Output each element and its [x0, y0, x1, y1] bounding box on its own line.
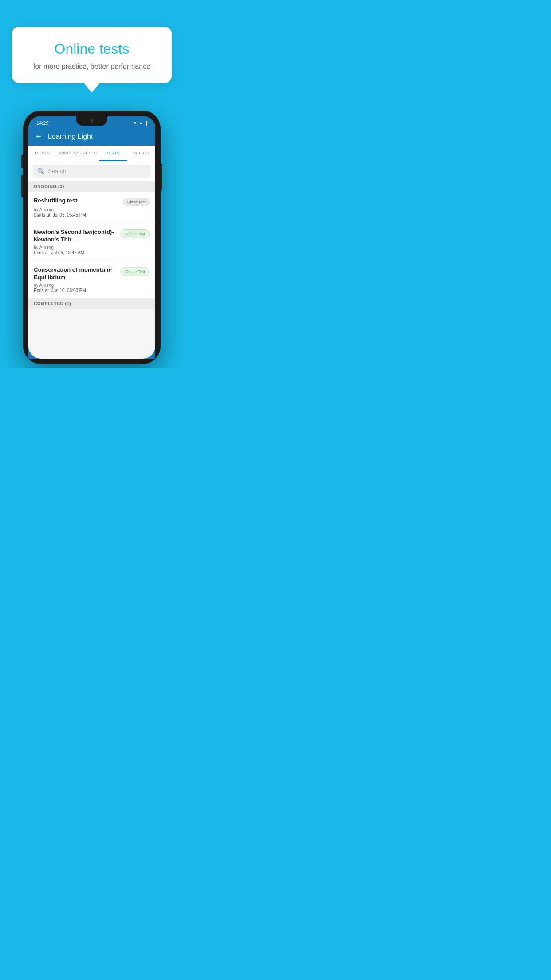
test-item[interactable]: Conservation of momentum-Equilibrium Onl…	[28, 261, 155, 299]
tab-bar: MENTS ANNOUNCEMENTS TESTS VIDEOS	[28, 146, 155, 161]
test-author: by Anurag	[34, 283, 150, 288]
front-camera	[90, 119, 94, 122]
phone-notch	[76, 116, 107, 126]
test-badge: Online Test	[120, 229, 150, 238]
completed-section-header: COMPLETED (1)	[28, 299, 155, 309]
search-container: 🔍 Search	[28, 161, 155, 182]
back-button[interactable]: ←	[35, 132, 43, 141]
bubble-title: Online tests	[23, 41, 161, 57]
app-title: Learning Light	[48, 133, 93, 141]
test-item[interactable]: Reshuffling test Class Test by Anurag St…	[28, 192, 155, 223]
side-button-power	[161, 164, 162, 190]
test-author: by Anurag	[34, 207, 150, 212]
ongoing-section-header: ONGOING (3)	[28, 182, 155, 192]
test-name: Newton's Second law(contd)-Newton's Thir…	[34, 229, 120, 244]
test-item-header: Newton's Second law(contd)-Newton's Thir…	[34, 229, 150, 244]
bubble-arrow	[84, 83, 100, 93]
status-time: 14:29	[36, 120, 49, 126]
bubble-subtitle: for more practice, better performance	[23, 63, 161, 71]
test-list: Reshuffling test Class Test by Anurag St…	[28, 192, 155, 299]
battery-icon: ▐	[145, 121, 147, 125]
status-bar: 14:29 ▼ ▲ ▐	[28, 116, 155, 127]
phone-frame: 14:29 ▼ ▲ ▐ ← Learning Light	[23, 111, 161, 364]
test-author: by Anurag	[34, 245, 150, 250]
test-name: Reshuffling test	[34, 197, 123, 205]
wifi-icon: ▼	[133, 121, 137, 125]
tab-announcements[interactable]: ANNOUNCEMENTS	[57, 146, 99, 161]
phone-screen: MENTS ANNOUNCEMENTS TESTS VIDEOS 🔍	[28, 146, 155, 359]
search-placeholder: Search	[48, 168, 66, 174]
test-badge: Class Test	[123, 198, 150, 206]
test-name: Conservation of momentum-Equilibrium	[34, 266, 120, 281]
test-time: Starts at Jul 05, 05:45 PM	[34, 213, 150, 217]
app-bar: ← Learning Light	[28, 127, 155, 146]
tab-ments[interactable]: MENTS	[28, 146, 57, 161]
tab-videos[interactable]: VIDEOS	[127, 146, 155, 161]
search-box[interactable]: 🔍 Search	[33, 165, 151, 178]
test-item[interactable]: Newton's Second law(contd)-Newton's Thir…	[28, 223, 155, 261]
test-time: Ends at Jul 06, 10:45 AM	[34, 250, 150, 255]
test-item-header: Reshuffling test Class Test	[34, 197, 150, 206]
speech-bubble: Online tests for more practice, better p…	[12, 27, 172, 83]
tab-tests[interactable]: TESTS	[99, 146, 127, 161]
test-item-header: Conservation of momentum-Equilibrium Onl…	[34, 266, 150, 281]
test-badge: Online Test	[120, 267, 150, 276]
signal-icon: ▲	[139, 121, 143, 125]
test-time: Ends at Jun 10, 06:00 PM	[34, 288, 150, 293]
phone-wrapper: 14:29 ▼ ▲ ▐ ← Learning Light	[23, 111, 161, 368]
status-icons: ▼ ▲ ▐	[133, 121, 147, 125]
search-icon: 🔍	[37, 168, 44, 174]
speech-bubble-container: Online tests for more practice, better p…	[12, 27, 172, 93]
phone-screen-area: 14:29 ▼ ▲ ▐ ← Learning Light	[28, 116, 155, 359]
